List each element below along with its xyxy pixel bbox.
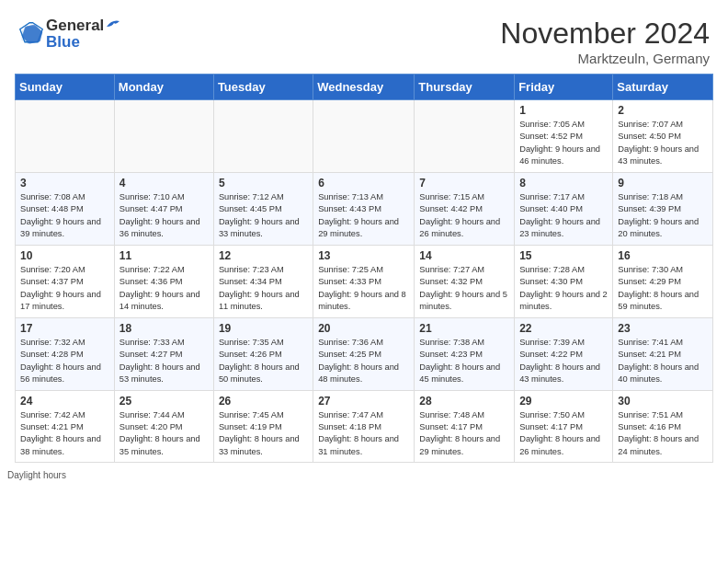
day-number: 24 [20,395,109,408]
day-info: Sunrise: 7:05 AM Sunset: 4:52 PM Dayligh… [519,119,608,168]
day-number: 9 [618,177,708,190]
weekday-header-sunday: Sunday [16,75,115,100]
day-info: Sunrise: 7:38 AM Sunset: 4:23 PM Dayligh… [419,337,509,386]
location: Marktzeuln, Germany [500,51,710,66]
day-number: 8 [519,177,608,190]
weekday-header-tuesday: Tuesday [213,75,313,100]
logo: General Blue [18,17,122,52]
calendar-cell [213,100,313,173]
day-number: 16 [618,249,708,262]
calendar-cell: 10Sunrise: 7:20 AM Sunset: 4:37 PM Dayli… [16,245,115,317]
day-number: 4 [119,177,209,190]
day-info: Sunrise: 7:08 AM Sunset: 4:48 PM Dayligh… [20,191,109,241]
weekday-header-thursday: Thursday [415,75,515,100]
calendar-cell: 14Sunrise: 7:27 AM Sunset: 4:32 PM Dayli… [415,245,515,317]
calendar-week-4: 17Sunrise: 7:32 AM Sunset: 4:28 PM Dayli… [16,317,713,390]
calendar-cell: 30Sunrise: 7:51 AM Sunset: 4:16 PM Dayli… [613,390,713,463]
day-info: Sunrise: 7:47 AM Sunset: 4:18 PM Dayligh… [318,409,409,459]
calendar-cell [415,100,515,173]
calendar-wrapper: SundayMondayTuesdayWednesdayThursdayFrid… [0,74,728,466]
calendar-cell: 1Sunrise: 7:05 AM Sunset: 4:52 PM Daylig… [515,100,613,173]
day-info: Sunrise: 7:18 AM Sunset: 4:39 PM Dayligh… [618,191,708,241]
calendar-cell: 24Sunrise: 7:42 AM Sunset: 4:21 PM Dayli… [16,390,115,463]
calendar-cell: 19Sunrise: 7:35 AM Sunset: 4:26 PM Dayli… [213,317,313,390]
day-number: 17 [20,322,109,335]
day-number: 20 [318,322,409,335]
day-info: Sunrise: 7:15 AM Sunset: 4:42 PM Dayligh… [419,191,509,241]
logo-icon [18,21,44,47]
day-number: 15 [519,249,608,262]
calendar-cell: 13Sunrise: 7:25 AM Sunset: 4:33 PM Dayli… [313,245,415,317]
day-info: Sunrise: 7:12 AM Sunset: 4:45 PM Dayligh… [219,191,308,241]
day-info: Sunrise: 7:23 AM Sunset: 4:34 PM Dayligh… [219,264,308,314]
calendar-cell: 12Sunrise: 7:23 AM Sunset: 4:34 PM Dayli… [213,245,313,317]
weekday-header-monday: Monday [114,75,213,100]
calendar-cell: 22Sunrise: 7:39 AM Sunset: 4:22 PM Dayli… [515,317,613,390]
day-info: Sunrise: 7:20 AM Sunset: 4:37 PM Dayligh… [20,264,109,314]
calendar-cell [313,100,415,173]
day-number: 12 [219,249,308,262]
day-info: Sunrise: 7:13 AM Sunset: 4:43 PM Dayligh… [318,191,409,241]
day-number: 3 [20,177,109,190]
day-number: 2 [618,104,708,117]
day-info: Sunrise: 7:25 AM Sunset: 4:33 PM Dayligh… [318,264,409,314]
day-info: Sunrise: 7:27 AM Sunset: 4:32 PM Dayligh… [419,264,509,314]
calendar-cell: 7Sunrise: 7:15 AM Sunset: 4:42 PM Daylig… [415,172,515,245]
weekday-header-friday: Friday [515,75,613,100]
day-info: Sunrise: 7:50 AM Sunset: 4:17 PM Dayligh… [519,409,608,459]
day-number: 11 [119,249,209,262]
title-block: November 2024 Marktzeuln, Germany [500,17,710,66]
day-info: Sunrise: 7:28 AM Sunset: 4:30 PM Dayligh… [519,264,608,314]
day-info: Sunrise: 7:36 AM Sunset: 4:25 PM Dayligh… [318,337,409,386]
day-info: Sunrise: 7:22 AM Sunset: 4:36 PM Dayligh… [119,264,209,314]
day-info: Sunrise: 7:10 AM Sunset: 4:47 PM Dayligh… [119,191,209,241]
calendar-cell: 5Sunrise: 7:12 AM Sunset: 4:45 PM Daylig… [213,172,313,245]
day-number: 23 [618,322,708,335]
calendar-cell: 17Sunrise: 7:32 AM Sunset: 4:28 PM Dayli… [16,317,115,390]
day-number: 19 [219,322,308,335]
calendar-cell: 18Sunrise: 7:33 AM Sunset: 4:27 PM Dayli… [114,317,213,390]
day-info: Sunrise: 7:33 AM Sunset: 4:27 PM Dayligh… [119,337,209,386]
calendar-cell [16,100,115,173]
calendar-cell: 3Sunrise: 7:08 AM Sunset: 4:48 PM Daylig… [16,172,115,245]
calendar-cell [114,100,213,173]
calendar-week-1: 1Sunrise: 7:05 AM Sunset: 4:52 PM Daylig… [16,100,713,173]
weekday-header-wednesday: Wednesday [313,75,415,100]
day-number: 26 [219,395,308,408]
day-number: 1 [519,104,608,117]
logo-bird-icon [105,17,121,30]
calendar-cell: 6Sunrise: 7:13 AM Sunset: 4:43 PM Daylig… [313,172,415,245]
month-title: November 2024 [500,17,710,51]
day-number: 27 [318,395,409,408]
calendar-cell: 4Sunrise: 7:10 AM Sunset: 4:47 PM Daylig… [114,172,213,245]
day-number: 21 [419,322,509,335]
day-number: 18 [119,322,209,335]
calendar-cell: 8Sunrise: 7:17 AM Sunset: 4:40 PM Daylig… [515,172,613,245]
weekday-header-saturday: Saturday [613,75,713,100]
day-info: Sunrise: 7:42 AM Sunset: 4:21 PM Dayligh… [20,409,109,459]
calendar-cell: 28Sunrise: 7:48 AM Sunset: 4:17 PM Dayli… [415,390,515,463]
calendar-week-2: 3Sunrise: 7:08 AM Sunset: 4:48 PM Daylig… [16,172,713,245]
day-info: Sunrise: 7:35 AM Sunset: 4:26 PM Dayligh… [219,337,308,386]
day-info: Sunrise: 7:51 AM Sunset: 4:16 PM Dayligh… [618,409,708,459]
calendar-cell: 11Sunrise: 7:22 AM Sunset: 4:36 PM Dayli… [114,245,213,317]
calendar-header-row: SundayMondayTuesdayWednesdayThursdayFrid… [16,75,713,100]
day-info: Sunrise: 7:48 AM Sunset: 4:17 PM Dayligh… [419,409,509,459]
day-info: Sunrise: 7:44 AM Sunset: 4:20 PM Dayligh… [119,409,209,459]
calendar-cell: 9Sunrise: 7:18 AM Sunset: 4:39 PM Daylig… [613,172,713,245]
day-number: 13 [318,249,409,262]
day-number: 5 [219,177,308,190]
header: General Blue November 2024 Marktzeuln, G… [0,0,728,74]
calendar-cell: 25Sunrise: 7:44 AM Sunset: 4:20 PM Dayli… [114,390,213,463]
day-info: Sunrise: 7:32 AM Sunset: 4:28 PM Dayligh… [20,337,109,386]
day-number: 25 [119,395,209,408]
calendar-cell: 29Sunrise: 7:50 AM Sunset: 4:17 PM Dayli… [515,390,613,463]
day-number: 10 [20,249,109,262]
day-number: 14 [419,249,509,262]
calendar-cell: 16Sunrise: 7:30 AM Sunset: 4:29 PM Dayli… [613,245,713,317]
calendar-cell: 27Sunrise: 7:47 AM Sunset: 4:18 PM Dayli… [313,390,415,463]
calendar-table: SundayMondayTuesdayWednesdayThursdayFrid… [15,74,713,463]
calendar-cell: 15Sunrise: 7:28 AM Sunset: 4:30 PM Dayli… [515,245,613,317]
calendar-week-5: 24Sunrise: 7:42 AM Sunset: 4:21 PM Dayli… [16,390,713,463]
day-number: 28 [419,395,509,408]
